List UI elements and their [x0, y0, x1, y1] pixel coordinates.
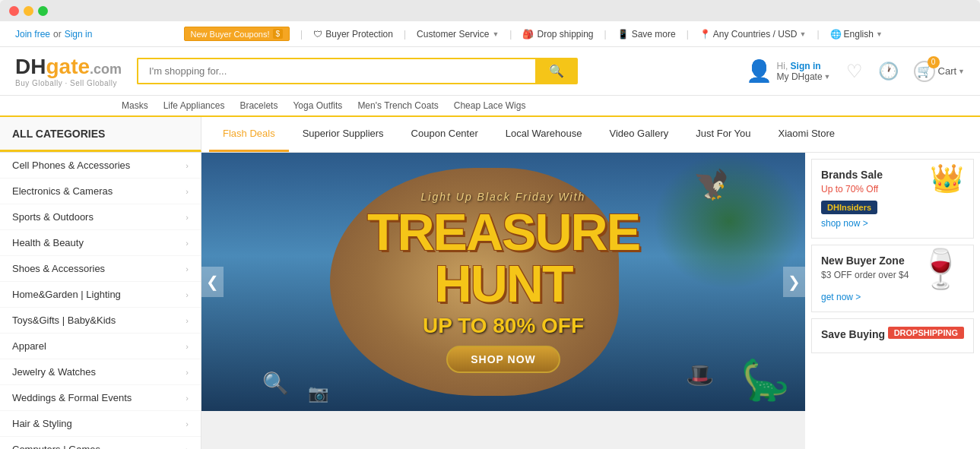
new-buyer-card: 🍷 New Buyer Zone $3 OFF order over $4 ge… [811, 245, 974, 312]
sidebar: Cell Phones & Accessories › Electronics … [0, 153, 201, 449]
crown-icon: 👑 [930, 163, 964, 194]
nav-link-superior-suppliers[interactable]: Superior Suppliers [289, 117, 398, 152]
shop-now-button[interactable]: SHOP NOW [446, 346, 560, 373]
auth-links: Join free or Sign in [15, 29, 92, 40]
drop-shipping-item[interactable]: 🎒 Drop shipping [522, 29, 593, 40]
nav-link-local-warehouse[interactable]: Local Warehouse [492, 117, 596, 152]
join-free-link[interactable]: Join free [15, 29, 50, 40]
chevron-down-icon-3: ▼ [876, 30, 883, 38]
sidebar-item-toys[interactable]: Toys&Gifts | Baby&Kids › [0, 308, 201, 334]
quicklink-2[interactable]: Bracelets [239, 100, 278, 111]
hi-label: Hi, [777, 61, 788, 71]
mydhgate-label: My DHgate [777, 71, 823, 82]
sidebar-item-apparel[interactable]: Apparel › [0, 334, 201, 359]
chevron-right-icon: › [186, 394, 189, 403]
brands-sale-card: 👑 Brands Sale Up to 70% Off DHInsiders s… [811, 159, 974, 239]
wishlist-icon[interactable]: ♡ [846, 61, 863, 82]
chevron-down-icon: ▼ [492, 30, 499, 38]
sign-in-label[interactable]: Sign in [791, 61, 821, 71]
banner-image: Light Up Black Friday With TREASURE HUNT… [201, 153, 805, 411]
cart-label: Cart ▼ [938, 65, 965, 77]
banner-next-button[interactable]: ❯ [783, 267, 805, 297]
top-bar-center: New Buyer Coupons! $ | 🛡 Buyer Protectio… [101, 27, 965, 41]
coupon-label: New Buyer Coupons! [191, 30, 270, 39]
new-buyer-link[interactable]: get now > [821, 292, 861, 302]
dropshipping-badge: DROPSHIPPING [888, 327, 964, 339]
sidebar-item-shoes[interactable]: Shoes & Accessories › [0, 256, 201, 282]
sign-in-link[interactable]: Sign in [65, 29, 93, 40]
title-bar [0, 0, 980, 21]
sidebar-item-jewelry[interactable]: Jewelry & Watches › [0, 359, 201, 385]
banner-sub-text: UP TO 80% OFF [367, 314, 639, 338]
coupon-dollar: $ [273, 29, 284, 39]
chevron-right-icon: › [186, 161, 189, 170]
banner-area: Light Up Black Friday With TREASURE HUNT… [201, 153, 805, 411]
chevron-right-icon: › [186, 368, 189, 377]
quicklink-3[interactable]: Yoga Outfits [293, 100, 342, 111]
maximize-button[interactable] [38, 6, 48, 16]
separator-5: | [687, 29, 689, 40]
save-more-item[interactable]: 📱 Save more [617, 29, 676, 40]
quicklink-5[interactable]: Cheap Lace Wigs [454, 100, 526, 111]
sidebar-item-hair[interactable]: Hair & Styling › [0, 411, 201, 437]
quick-links: Masks Life Appliances Bracelets Yoga Out… [0, 96, 980, 117]
chevron-right-icon: › [186, 445, 189, 450]
quicklink-1[interactable]: Life Appliances [163, 100, 225, 111]
buyer-protection-item[interactable]: 🛡 Buyer Protection [313, 29, 393, 40]
coupon-badge[interactable]: New Buyer Coupons! $ [184, 27, 290, 41]
search-button[interactable]: 🔍 [535, 58, 578, 84]
countries-dropdown[interactable]: 📍 Any Countries / USD ▼ [699, 29, 807, 40]
chevron-right-icon: › [186, 419, 189, 428]
drop-shipping-icon: 🎒 [522, 29, 534, 40]
sidebar-item-electronics[interactable]: Electronics & Cameras › [0, 179, 201, 204]
close-button[interactable] [9, 6, 19, 16]
quicklink-0[interactable]: Masks [122, 100, 148, 111]
header-right: 👤 Hi, Sign in My DHgate ▼ ♡ 🕐 🛒 0 Cart [746, 58, 965, 84]
language-dropdown[interactable]: 🌐 English ▼ [830, 29, 883, 40]
buyer-protection-label: Buyer Protection [325, 29, 393, 40]
history-icon[interactable]: 🕐 [878, 62, 899, 81]
minimize-button[interactable] [24, 6, 33, 16]
foliage-right [653, 153, 805, 289]
separator-4: | [604, 29, 607, 40]
user-section[interactable]: 👤 Hi, Sign in My DHgate ▼ [746, 58, 831, 84]
nav-link-coupon-center[interactable]: Coupon Center [398, 117, 492, 152]
cart-section[interactable]: 🛒 0 Cart ▼ [914, 61, 965, 82]
sidebar-item-health[interactable]: Health & Beauty › [0, 230, 201, 256]
mydhgate-row[interactable]: My DHgate ▼ [777, 71, 831, 82]
chevron-right-icon: › [186, 213, 189, 222]
dinosaur-icon: 🦕 [741, 357, 790, 403]
logo-gate: gate [46, 55, 90, 78]
sidebar-item-computers[interactable]: Computers | Games › [0, 437, 201, 449]
nav-link-just-for-you[interactable]: Just For You [682, 117, 764, 152]
chevron-down-icon-5: ▼ [958, 68, 965, 75]
pterodactyl-icon: 🦅 [693, 168, 729, 201]
chevron-right-icon: › [186, 290, 189, 299]
all-categories-label[interactable]: ALL CATEGORIES [0, 117, 201, 152]
logo[interactable]: DHgate.com [15, 55, 122, 79]
separator-2: | [404, 29, 406, 40]
search-input[interactable] [137, 58, 535, 84]
sidebar-item-cell-phones[interactable]: Cell Phones & Accessories › [0, 153, 201, 179]
cart-badge: 0 [928, 56, 940, 68]
sidebar-item-home[interactable]: Home&Garden | Lighting › [0, 282, 201, 308]
logo-wrap: DHgate.com Buy Globally · Sell Globally [15, 55, 122, 87]
chevron-right-icon: › [186, 187, 189, 196]
separator-6: | [817, 29, 819, 40]
banner-text: Light Up Black Friday With TREASURE HUNT… [367, 191, 639, 373]
camera-icon: 📷 [308, 384, 328, 403]
hat-icon: 🎩 [686, 362, 714, 388]
sidebar-item-sports[interactable]: Sports & Outdoors › [0, 204, 201, 230]
quicklink-4[interactable]: Men's Trench Coats [357, 100, 438, 111]
banner-prev-button[interactable]: ❮ [201, 267, 224, 297]
shield-icon: 🛡 [313, 29, 322, 40]
sidebar-item-weddings[interactable]: Weddings & Formal Events › [0, 385, 201, 411]
separator-3: | [509, 29, 512, 40]
brands-sale-link[interactable]: shop now > [821, 218, 868, 229]
nav-link-xiaomi-store[interactable]: Xiaomi Store [765, 117, 848, 152]
logo-dh: DH [15, 55, 46, 78]
nav-link-flash-deals[interactable]: Flash Deals [209, 117, 289, 152]
nav-link-video-gallery[interactable]: Video Gallery [595, 117, 682, 152]
user-icon: 👤 [746, 58, 772, 84]
customer-service-item[interactable]: Customer Service ▼ [417, 29, 499, 40]
